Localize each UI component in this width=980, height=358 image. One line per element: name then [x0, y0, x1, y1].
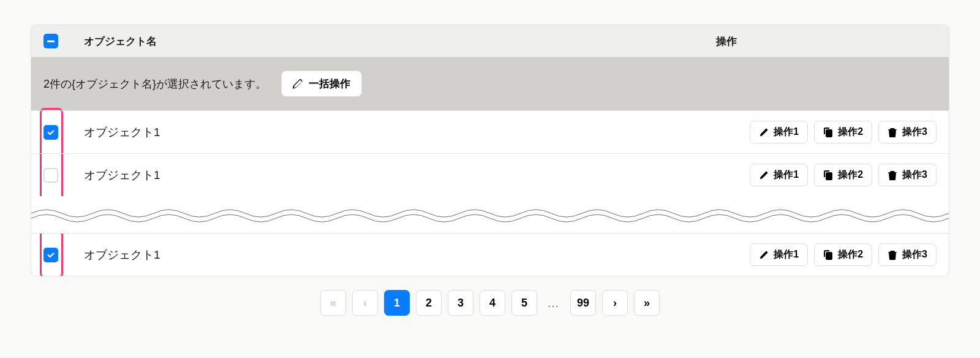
page-number-button[interactable]: 5 — [511, 290, 537, 316]
row-checkbox[interactable] — [43, 248, 58, 262]
column-header-ops: 操作 — [716, 34, 937, 48]
page-number-button[interactable]: 2 — [416, 290, 442, 316]
row-action-2[interactable]: 操作2 — [814, 164, 872, 186]
copy-icon — [823, 250, 833, 260]
row-action-3[interactable]: 操作3 — [878, 164, 937, 186]
row-actions: 操作1 操作2 操作3 — [750, 243, 937, 266]
pencil-icon — [759, 128, 769, 137]
row-name: オブジェクト1 — [84, 167, 724, 183]
page-ellipsis: … — [543, 296, 564, 310]
chevron-left-icon: ‹ — [363, 297, 367, 310]
chevron-double-left-icon: « — [330, 297, 336, 310]
row-action-1[interactable]: 操作1 — [750, 164, 808, 186]
check-icon — [47, 251, 55, 259]
table-row: オブジェクト1 操作1 操作2 操作3 — [31, 153, 949, 196]
row-actions: 操作1 操作2 操作3 — [750, 164, 937, 186]
row-action-3[interactable]: 操作3 — [878, 121, 937, 143]
page-first-button[interactable]: « — [320, 290, 346, 316]
page-number-button[interactable]: 4 — [480, 290, 505, 316]
copy-icon — [823, 170, 833, 180]
row-action-1[interactable]: 操作1 — [750, 243, 808, 266]
row-action-2[interactable]: 操作2 — [814, 121, 872, 143]
trash-icon — [888, 128, 897, 137]
chevron-double-right-icon: » — [644, 297, 650, 310]
copy-icon — [823, 128, 833, 137]
row-action-3[interactable]: 操作3 — [878, 243, 937, 266]
column-header-name: オブジェクト名 — [84, 34, 690, 48]
pagination: « ‹ 1 2 3 4 5 … 99 › » — [31, 290, 949, 316]
page-last-button[interactable]: » — [634, 290, 660, 316]
trash-icon — [888, 170, 897, 180]
pencil-icon — [759, 250, 769, 260]
bulk-action-label: 一括操作 — [309, 77, 350, 91]
bulk-action-button[interactable]: 一括操作 — [281, 70, 362, 97]
select-all-checkbox[interactable] — [43, 34, 58, 48]
row-action-2[interactable]: 操作2 — [814, 243, 872, 266]
selection-message: 2件の{オブジェクト名}が選択されています。 — [43, 77, 266, 91]
row-actions: 操作1 操作2 操作3 — [750, 121, 937, 143]
pencil-icon — [759, 170, 769, 180]
chevron-right-icon: › — [613, 297, 617, 310]
rows-container: オブジェクト1 操作1 操作2 操作3 オブジェ — [31, 110, 949, 276]
minus-icon — [47, 40, 55, 42]
row-checkbox[interactable] — [43, 125, 58, 140]
row-checkbox[interactable] — [43, 168, 58, 183]
page-next-button[interactable]: › — [602, 290, 628, 316]
rows-omitted-divider — [31, 196, 949, 233]
page-number-button[interactable]: 3 — [448, 290, 473, 316]
selection-bar: 2件の{オブジェクト名}が選択されています。 一括操作 — [31, 57, 949, 110]
table-header: オブジェクト名 操作 — [31, 25, 949, 57]
page-number-button[interactable]: 1 — [384, 290, 410, 316]
row-action-1[interactable]: 操作1 — [750, 121, 808, 143]
row-name: オブジェクト1 — [84, 247, 724, 263]
table-row: オブジェクト1 操作1 操作2 操作3 — [31, 233, 949, 276]
trash-icon — [888, 250, 897, 260]
data-table: オブジェクト名 操作 2件の{オブジェクト名}が選択されています。 一括操作 オ… — [31, 25, 949, 276]
pencil-icon — [293, 79, 303, 89]
table-row: オブジェクト1 操作1 操作2 操作3 — [31, 110, 949, 153]
page-last-number-button[interactable]: 99 — [570, 290, 596, 316]
page-prev-button[interactable]: ‹ — [352, 290, 378, 316]
row-name: オブジェクト1 — [84, 124, 724, 140]
check-icon — [47, 128, 55, 137]
